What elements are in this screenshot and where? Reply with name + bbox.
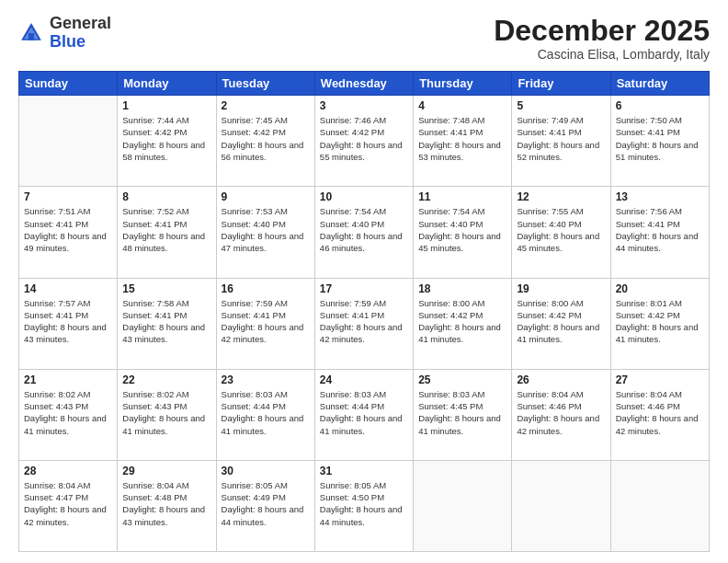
day-info: Sunrise: 7:46 AMSunset: 4:42 PMDaylight:… [320, 114, 408, 163]
month-title: December 2025 [494, 15, 710, 47]
day-info: Sunrise: 8:00 AMSunset: 4:42 PMDaylight:… [418, 297, 506, 346]
table-row [512, 460, 610, 551]
day-info: Sunrise: 8:03 AMSunset: 4:44 PMDaylight:… [222, 388, 310, 437]
logo-icon [18, 20, 44, 46]
day-number: 21 [24, 373, 112, 386]
day-info: Sunrise: 7:48 AMSunset: 4:41 PMDaylight:… [418, 114, 506, 163]
col-sunday: Sunday [19, 72, 118, 96]
day-info: Sunrise: 7:44 AMSunset: 4:42 PMDaylight:… [122, 114, 210, 163]
day-info: Sunrise: 7:57 AMSunset: 4:41 PMDaylight:… [24, 297, 112, 346]
day-info: Sunrise: 7:45 AMSunset: 4:42 PMDaylight:… [222, 114, 310, 163]
day-info: Sunrise: 7:55 AMSunset: 4:40 PMDaylight:… [517, 205, 605, 254]
day-number: 1 [122, 99, 210, 112]
logo-text: General Blue [50, 15, 111, 52]
day-number: 10 [320, 190, 408, 203]
day-number: 19 [517, 282, 605, 295]
day-info: Sunrise: 8:03 AMSunset: 4:45 PMDaylight:… [418, 388, 506, 437]
day-number: 12 [517, 190, 605, 203]
table-row: 17Sunrise: 7:59 AMSunset: 4:41 PMDayligh… [314, 278, 413, 369]
table-row: 27Sunrise: 8:04 AMSunset: 4:46 PMDayligh… [610, 369, 709, 460]
svg-rect-2 [28, 33, 34, 40]
col-saturday: Saturday [610, 72, 709, 96]
table-row: 5Sunrise: 7:49 AMSunset: 4:41 PMDaylight… [512, 96, 610, 187]
table-row: 3Sunrise: 7:46 AMSunset: 4:42 PMDaylight… [314, 96, 413, 187]
day-info: Sunrise: 7:56 AMSunset: 4:41 PMDaylight:… [616, 205, 704, 254]
day-number: 17 [320, 282, 408, 295]
day-info: Sunrise: 8:04 AMSunset: 4:46 PMDaylight:… [517, 388, 605, 437]
day-info: Sunrise: 8:04 AMSunset: 4:47 PMDaylight:… [24, 479, 112, 528]
table-row: 14Sunrise: 7:57 AMSunset: 4:41 PMDayligh… [19, 278, 118, 369]
table-row: 21Sunrise: 8:02 AMSunset: 4:43 PMDayligh… [19, 369, 118, 460]
day-number: 3 [320, 99, 408, 112]
table-row: 31Sunrise: 8:05 AMSunset: 4:50 PMDayligh… [314, 460, 413, 551]
logo-general-text: General [50, 14, 111, 32]
table-row: 12Sunrise: 7:55 AMSunset: 4:40 PMDayligh… [512, 187, 610, 278]
table-row [19, 96, 118, 187]
day-number: 13 [616, 190, 704, 203]
day-info: Sunrise: 8:03 AMSunset: 4:44 PMDaylight:… [320, 388, 408, 437]
col-tuesday: Tuesday [216, 72, 314, 96]
day-info: Sunrise: 7:54 AMSunset: 4:40 PMDaylight:… [320, 205, 408, 254]
table-row: 19Sunrise: 8:00 AMSunset: 4:42 PMDayligh… [512, 278, 610, 369]
day-info: Sunrise: 8:02 AMSunset: 4:43 PMDaylight:… [24, 388, 112, 437]
header: General Blue December 2025 Cascina Elisa… [18, 15, 710, 62]
calendar-table: Sunday Monday Tuesday Wednesday Thursday… [18, 71, 710, 552]
page: General Blue December 2025 Cascina Elisa… [0, 0, 728, 563]
table-row: 6Sunrise: 7:50 AMSunset: 4:41 PMDaylight… [610, 96, 709, 187]
table-row: 25Sunrise: 8:03 AMSunset: 4:45 PMDayligh… [414, 369, 512, 460]
day-number: 31 [320, 465, 408, 477]
table-row: 2Sunrise: 7:45 AMSunset: 4:42 PMDaylight… [216, 96, 314, 187]
table-row: 23Sunrise: 8:03 AMSunset: 4:44 PMDayligh… [216, 369, 314, 460]
day-number: 2 [222, 99, 310, 112]
table-row: 28Sunrise: 8:04 AMSunset: 4:47 PMDayligh… [19, 460, 118, 551]
col-thursday: Thursday [414, 72, 512, 96]
table-row: 30Sunrise: 8:05 AMSunset: 4:49 PMDayligh… [216, 460, 314, 551]
title-block: December 2025 Cascina Elisa, Lombardy, I… [494, 15, 710, 62]
table-row: 11Sunrise: 7:54 AMSunset: 4:40 PMDayligh… [414, 187, 512, 278]
table-row: 15Sunrise: 7:58 AMSunset: 4:41 PMDayligh… [118, 278, 216, 369]
day-info: Sunrise: 7:53 AMSunset: 4:40 PMDaylight:… [222, 205, 310, 254]
day-info: Sunrise: 7:58 AMSunset: 4:41 PMDaylight:… [122, 297, 210, 346]
table-row: 24Sunrise: 8:03 AMSunset: 4:44 PMDayligh… [314, 369, 413, 460]
day-number: 30 [222, 465, 310, 477]
col-monday: Monday [118, 72, 216, 96]
day-number: 29 [122, 465, 210, 477]
table-row: 7Sunrise: 7:51 AMSunset: 4:41 PMDaylight… [19, 187, 118, 278]
table-row [610, 460, 709, 551]
day-number: 6 [616, 99, 704, 112]
calendar-week-row: 1Sunrise: 7:44 AMSunset: 4:42 PMDaylight… [19, 96, 710, 187]
table-row: 4Sunrise: 7:48 AMSunset: 4:41 PMDaylight… [414, 96, 512, 187]
day-number: 16 [222, 282, 310, 295]
day-number: 27 [616, 373, 704, 386]
table-row: 26Sunrise: 8:04 AMSunset: 4:46 PMDayligh… [512, 369, 610, 460]
day-number: 24 [320, 373, 408, 386]
table-row: 8Sunrise: 7:52 AMSunset: 4:41 PMDaylight… [118, 187, 216, 278]
day-info: Sunrise: 7:51 AMSunset: 4:41 PMDaylight:… [24, 205, 112, 254]
day-info: Sunrise: 8:02 AMSunset: 4:43 PMDaylight:… [122, 388, 210, 437]
calendar-week-row: 21Sunrise: 8:02 AMSunset: 4:43 PMDayligh… [19, 369, 710, 460]
day-number: 20 [616, 282, 704, 295]
day-number: 25 [418, 373, 506, 386]
day-info: Sunrise: 7:52 AMSunset: 4:41 PMDaylight:… [122, 205, 210, 254]
table-row: 10Sunrise: 7:54 AMSunset: 4:40 PMDayligh… [314, 187, 413, 278]
calendar-week-row: 28Sunrise: 8:04 AMSunset: 4:47 PMDayligh… [19, 460, 710, 551]
day-info: Sunrise: 7:50 AMSunset: 4:41 PMDaylight:… [616, 114, 704, 163]
day-number: 15 [122, 282, 210, 295]
logo-blue-text: Blue [50, 32, 85, 51]
day-number: 28 [24, 465, 112, 477]
table-row: 20Sunrise: 8:01 AMSunset: 4:42 PMDayligh… [610, 278, 709, 369]
day-info: Sunrise: 8:05 AMSunset: 4:50 PMDaylight:… [320, 479, 408, 528]
day-number: 5 [517, 99, 605, 112]
table-row: 16Sunrise: 7:59 AMSunset: 4:41 PMDayligh… [216, 278, 314, 369]
day-number: 22 [122, 373, 210, 386]
day-number: 7 [24, 190, 112, 203]
day-number: 11 [418, 190, 506, 203]
table-row: 1Sunrise: 7:44 AMSunset: 4:42 PMDaylight… [118, 96, 216, 187]
day-info: Sunrise: 8:04 AMSunset: 4:46 PMDaylight:… [616, 388, 704, 437]
day-info: Sunrise: 8:00 AMSunset: 4:42 PMDaylight:… [517, 297, 605, 346]
calendar-week-row: 14Sunrise: 7:57 AMSunset: 4:41 PMDayligh… [19, 278, 710, 369]
table-row [414, 460, 512, 551]
col-friday: Friday [512, 72, 610, 96]
table-row: 9Sunrise: 7:53 AMSunset: 4:40 PMDaylight… [216, 187, 314, 278]
day-number: 26 [517, 373, 605, 386]
